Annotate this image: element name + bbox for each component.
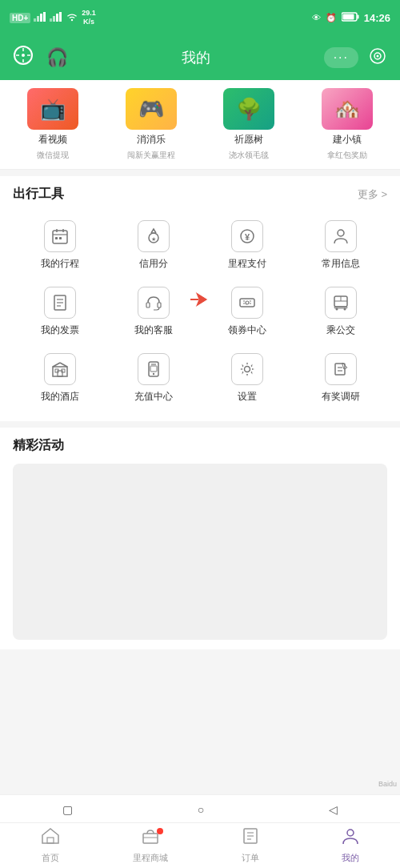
profile-icon: [341, 827, 360, 850]
activities-title: 精彩活动: [13, 437, 64, 454]
promo-town-title: 建小镇: [333, 133, 362, 147]
back-triangle-button[interactable]: ◁: [329, 803, 338, 816]
tool-item-survey[interactable]: 有奖调研: [294, 345, 387, 412]
svg-point-8: [71, 19, 73, 21]
system-nav-bar: ▢ ○ ◁: [0, 794, 400, 823]
tools-more-button[interactable]: 更多 >: [358, 187, 387, 202]
tool-label-customer-service: 我的客服: [134, 323, 173, 337]
tool-item-recharge[interactable]: 充值中心: [106, 345, 200, 412]
tools-title: 出行工具: [13, 186, 64, 203]
promo-game-subtitle: 闯新关赢里程: [127, 150, 175, 161]
svg-rect-60: [150, 366, 157, 372]
svg-rect-2: [40, 14, 42, 22]
nav-item-shop[interactable]: 里程商城: [100, 823, 200, 868]
svg-point-59: [152, 373, 154, 375]
svg-text:★: ★: [151, 236, 156, 242]
page-title: 我的: [182, 48, 210, 67]
promo-tree-subtitle: 浇水领毛毯: [229, 150, 269, 161]
svg-rect-3: [43, 12, 46, 22]
headset-icon: [138, 287, 170, 319]
scan-icon[interactable]: [368, 46, 387, 70]
hotel-icon: [44, 353, 76, 385]
tool-item-credit[interactable]: ★ 信用分: [106, 212, 200, 279]
svg-rect-26: [59, 237, 62, 239]
back-square-button[interactable]: ▢: [62, 803, 73, 816]
bottom-nav: 首页 里程商城 订单: [0, 822, 400, 868]
promo-banner: 📺 看视频 微信提现 🎮 消消乐 闯新关赢里程 🌳 祈愿树 浇水领毛毯 🏘️ 建…: [0, 80, 400, 170]
eye-icon: 👁: [312, 13, 321, 22]
tool-label-survey: 有奖调研: [322, 390, 360, 404]
promo-town-icon: 🏘️: [322, 88, 373, 130]
svg-rect-41: [240, 299, 254, 307]
wifi-icon: [66, 12, 78, 23]
person-icon: [325, 220, 357, 252]
header-actions: ···: [324, 46, 387, 70]
svg-rect-62: [335, 364, 345, 375]
tool-label-miles-pay: 里程支付: [228, 257, 266, 271]
promo-item-tree[interactable]: 🌳 祈愿树 浇水领毛毯: [202, 88, 296, 161]
tool-item-invoice[interactable]: 我的发票: [13, 279, 106, 345]
tool-item-common-info[interactable]: 常用信息: [294, 212, 387, 279]
tool-item-customer-service[interactable]: 我的客服: [106, 279, 200, 345]
svg-rect-4: [50, 18, 52, 22]
more-menu-button[interactable]: ···: [324, 47, 358, 68]
shop-badge: [157, 828, 163, 834]
promo-town-subtitle: 拿红包奖励: [327, 150, 367, 161]
svg-rect-10: [357, 15, 358, 19]
status-right: 👁 ⏰ 14:26: [312, 12, 390, 24]
promo-watch-subtitle: 微信提现: [37, 150, 69, 161]
tool-item-bus[interactable]: 乘公交: [294, 279, 387, 345]
tool-item-settings[interactable]: 设置: [200, 345, 294, 412]
tool-label-recharge: 充值中心: [134, 390, 173, 404]
promo-tree-title: 祈愿树: [234, 133, 263, 147]
nav-item-orders[interactable]: 订单: [200, 823, 300, 868]
battery-icon: [342, 12, 359, 23]
tool-label-bus: 乘公交: [326, 323, 355, 337]
tool-item-itinerary[interactable]: 我的行程: [13, 212, 106, 279]
svg-point-49: [335, 308, 338, 311]
tool-label-credit: 信用分: [139, 257, 168, 271]
orders-icon: [241, 827, 260, 850]
promo-tree-icon: 🌳: [223, 88, 274, 130]
tools-section: 出行工具 更多 > 我的行程: [0, 176, 400, 421]
activities-section: 精彩活动: [0, 428, 400, 649]
app-header: 🎧 我的 ···: [0, 35, 400, 80]
svg-rect-5: [53, 16, 55, 22]
svg-rect-7: [59, 12, 62, 22]
gear-icon: [231, 353, 263, 385]
promo-watch-title: 看视频: [38, 133, 67, 147]
svg-rect-38: [158, 303, 161, 307]
tool-item-miles-pay[interactable]: ¥ 里程支付: [200, 212, 294, 279]
tool-label-invoice: 我的发票: [41, 323, 79, 337]
svg-text:¥: ¥: [244, 232, 250, 242]
nav-label-profile: 我的: [342, 852, 359, 864]
promo-game-title: 消消乐: [137, 133, 166, 147]
tool-label-hotel: 我的酒店: [41, 390, 79, 404]
tool-label-settings: 设置: [238, 390, 257, 404]
compass-icon[interactable]: [13, 45, 34, 70]
promo-item-town[interactable]: 🏘️ 建小镇 拿红包奖励: [301, 88, 394, 161]
calendar-icon: [44, 220, 76, 252]
tool-item-hotel[interactable]: 我的酒店: [13, 345, 106, 412]
svg-point-42: [246, 301, 249, 304]
home-icon: [41, 827, 60, 850]
svg-point-72: [347, 830, 354, 836]
nav-items: 首页 里程商城 订单: [0, 823, 400, 868]
home-circle-button[interactable]: ○: [198, 803, 204, 816]
edit-icon: [325, 353, 357, 385]
nav-item-profile[interactable]: 我的: [300, 823, 400, 868]
promo-item-watch[interactable]: 📺 看视频 微信提现: [6, 88, 100, 161]
tool-label-itinerary: 我的行程: [41, 257, 79, 271]
tools-grid: 我的行程 ★ 信用分 ¥ 里程支付: [13, 212, 387, 412]
coupon-icon: [231, 287, 263, 319]
headphones-icon[interactable]: 🎧: [46, 47, 68, 68]
svg-rect-66: [143, 834, 158, 843]
promo-item-game[interactable]: 🎮 消消乐 闯新关赢里程: [105, 88, 198, 161]
tool-label-common-info: 常用信息: [322, 257, 360, 271]
svg-rect-11: [342, 14, 354, 20]
status-left: HD+ 29.1: [10, 9, 96, 26]
red-arrow-annotation: [186, 285, 214, 317]
svg-rect-1: [37, 16, 39, 22]
nav-item-home[interactable]: 首页: [0, 823, 100, 868]
svg-point-20: [377, 54, 379, 57]
